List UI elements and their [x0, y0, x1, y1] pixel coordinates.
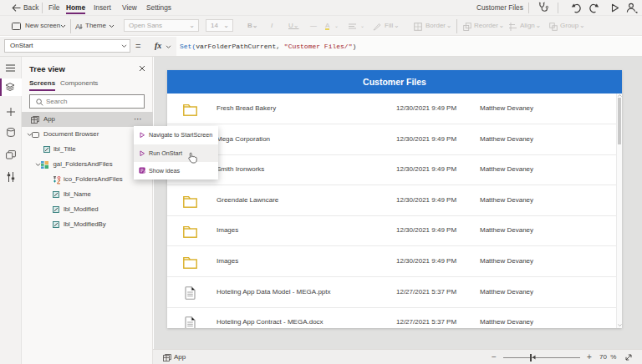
- svg-text:A: A: [75, 23, 80, 30]
